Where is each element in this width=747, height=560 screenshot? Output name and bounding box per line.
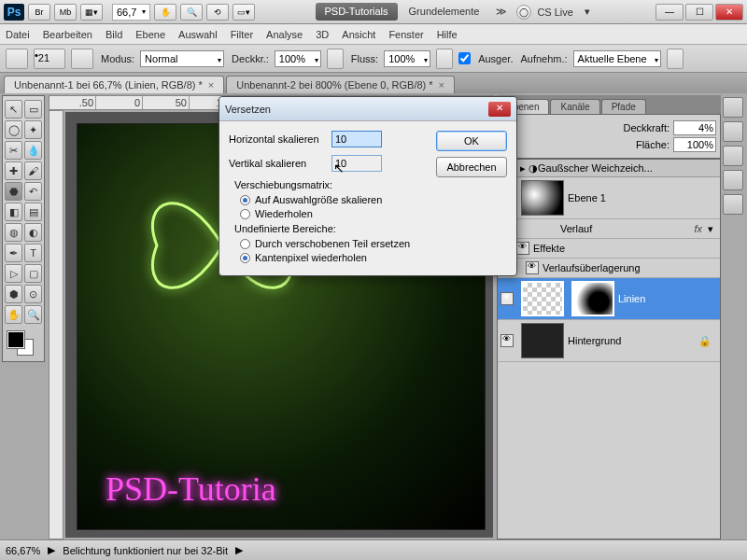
cancel-button[interactable]: Abbrechen: [436, 157, 507, 177]
move-tool[interactable]: ↖: [5, 100, 22, 119]
color-icon[interactable]: [723, 97, 743, 118]
dodge-tool[interactable]: ◐: [24, 223, 42, 242]
eraser-tool[interactable]: ◧: [5, 203, 22, 221]
layer-verlauf[interactable]: Verlauf fx▾: [498, 219, 720, 239]
modus-dropdown[interactable]: Normal: [140, 50, 224, 67]
rotate-icon[interactable]: ⟲: [206, 4, 229, 21]
marquee-tool[interactable]: ▭: [24, 100, 42, 119]
masks-icon[interactable]: [723, 194, 743, 215]
brush-preset[interactable]: •21: [34, 49, 65, 69]
cslive-icon[interactable]: ◯: [516, 5, 531, 20]
h-scale-input[interactable]: 10: [331, 131, 382, 147]
brush-panel-icon[interactable]: [71, 49, 93, 69]
zoom-icon[interactable]: 🔍: [180, 4, 203, 21]
dialog-close-button[interactable]: ✕: [488, 102, 511, 117]
workspace-pill[interactable]: PSD-Tutorials: [316, 3, 398, 21]
layer-hintergrund[interactable]: Hintergrund 🔒: [498, 320, 720, 362]
doctab2-close[interactable]: ×: [439, 79, 444, 91]
pressure-opacity-icon[interactable]: [327, 49, 344, 69]
fx-badge[interactable]: fx: [694, 223, 702, 234]
deckkr-dropdown[interactable]: 100%: [275, 50, 321, 67]
tool-preset-icon[interactable]: [6, 49, 28, 69]
zoom-dropdown[interactable]: 66,7: [112, 4, 150, 21]
layer-thumb[interactable]: [521, 281, 564, 316]
lasso-tool[interactable]: ◯: [5, 120, 22, 139]
deckkraft-input[interactable]: 4%: [673, 120, 716, 135]
pen-tool[interactable]: ✒: [5, 244, 22, 262]
crop-tool[interactable]: ✂: [5, 141, 22, 160]
layout-icon[interactable]: ▦▾: [80, 4, 103, 21]
mask-thumb[interactable]: [571, 281, 614, 316]
flaeche-input[interactable]: 100%: [673, 137, 716, 152]
layer-ebene1[interactable]: Ebene 1: [498, 177, 720, 219]
shape-tool[interactable]: ▢: [24, 264, 42, 283]
ausger-checkbox[interactable]: [458, 52, 471, 64]
blur-tool[interactable]: ◍: [5, 223, 22, 242]
menu-fenster[interactable]: Fenster: [388, 29, 423, 40]
history-brush-tool[interactable]: ↶: [24, 182, 42, 201]
radio-verschoben[interactable]: Durch verschobenen Teil ersetzen: [240, 238, 429, 249]
dialog-titlebar[interactable]: Versetzen ✕: [219, 97, 516, 121]
swatches-icon[interactable]: [723, 121, 743, 142]
menu-ebene[interactable]: Ebene: [135, 29, 165, 40]
close-button[interactable]: ✕: [715, 4, 743, 21]
effects-row[interactable]: Effekte: [498, 239, 720, 259]
document-tab-2[interactable]: Unbenannt-2 bei 800% (Ebene 0, RGB/8) *×: [226, 76, 455, 93]
layer-thumb[interactable]: [521, 323, 564, 358]
menu-datei[interactable]: Datei: [6, 29, 30, 40]
aufnehm-dropdown[interactable]: Aktuelle Ebene: [573, 50, 661, 67]
menu-auswahl[interactable]: Auswahl: [178, 29, 218, 40]
workspace-more[interactable]: ≫: [490, 3, 513, 21]
minimize-button[interactable]: —: [655, 4, 684, 21]
hand-tool[interactable]: ✋: [5, 305, 22, 324]
path-tool[interactable]: ▷: [5, 264, 22, 283]
gradient-overlay-row[interactable]: Verlaufsüberlagerung: [498, 259, 720, 278]
radio-auswahl[interactable]: Auf Auswahlgröße skalieren: [240, 194, 429, 205]
color-swatches[interactable]: [5, 329, 42, 357]
menu-3d[interactable]: 3D: [316, 29, 329, 40]
eye-icon[interactable]: [516, 242, 529, 255]
radio-kantenpixel[interactable]: Kantenpixel wiederholen: [240, 252, 429, 263]
wand-tool[interactable]: ✦: [24, 120, 42, 139]
sample-icon[interactable]: [667, 49, 684, 69]
menu-hilfe[interactable]: Hilfe: [437, 29, 458, 40]
menu-bild[interactable]: Bild: [106, 29, 122, 40]
bridge-icon[interactable]: Br: [28, 4, 50, 21]
ok-button[interactable]: OK: [436, 131, 507, 151]
eye-icon[interactable]: [526, 261, 539, 274]
minibridge-icon[interactable]: Mb: [54, 4, 77, 21]
radio-wiederholen[interactable]: Wiederholen: [240, 208, 429, 219]
v-scale-input[interactable]: 10: [331, 155, 382, 172]
eyedropper-tool[interactable]: 💧: [24, 141, 42, 160]
styles-icon[interactable]: [723, 146, 743, 166]
heal-tool[interactable]: ✚: [5, 161, 22, 180]
menu-bearbeiten[interactable]: Bearbeiten: [43, 29, 92, 40]
type-tool[interactable]: T: [24, 244, 42, 262]
fluss-dropdown[interactable]: 100%: [384, 50, 430, 67]
menu-ansicht[interactable]: Ansicht: [342, 29, 375, 40]
camera-tool[interactable]: ⊙: [24, 285, 42, 303]
adjustments-icon[interactable]: [723, 170, 743, 190]
airbrush-icon[interactable]: [436, 49, 453, 69]
status-zoom[interactable]: 66,67%: [6, 545, 40, 556]
workspace-name[interactable]: Grundelemente: [403, 3, 486, 21]
cslive-label[interactable]: CS Live: [531, 4, 579, 21]
zoom-tool[interactable]: 🔍: [24, 305, 42, 324]
tab-kanaele[interactable]: Kanäle: [550, 99, 599, 114]
menu-filter[interactable]: Filter: [231, 29, 253, 40]
document-tab-1[interactable]: Unbenannt-1 bei 66,7% (Linien, RGB/8) *×: [4, 76, 224, 93]
3d-tool[interactable]: ⬢: [5, 285, 22, 303]
maximize-button[interactable]: ☐: [685, 4, 713, 21]
screen-icon[interactable]: ▭▾: [233, 4, 255, 21]
stamp-tool[interactable]: ⬣: [5, 182, 22, 201]
brush-tool[interactable]: 🖌: [24, 161, 42, 180]
menu-analyse[interactable]: Analyse: [266, 29, 303, 40]
layer-thumb[interactable]: [521, 180, 564, 216]
gradient-tool[interactable]: ▤: [24, 203, 42, 221]
cslive-drop[interactable]: ▾: [579, 3, 596, 21]
tab-pfade[interactable]: Pfade: [601, 99, 646, 114]
eye-icon[interactable]: [500, 292, 514, 305]
smartfilter-label[interactable]: Gaußscher Weichzeich...: [538, 162, 653, 174]
ruler-vertical[interactable]: [49, 110, 63, 539]
eye-icon[interactable]: [500, 334, 514, 347]
